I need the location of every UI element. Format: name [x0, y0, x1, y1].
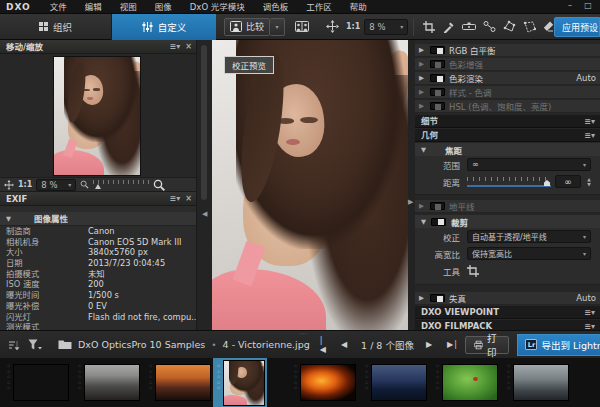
distance-stepper[interactable]: ▲ ▼	[584, 175, 594, 188]
triangle-right-icon[interactable]: ▶	[419, 74, 426, 82]
last-image-button[interactable]: ▶|	[447, 340, 458, 349]
section-horizon[interactable]: ▶ 地平线	[415, 200, 600, 213]
zoom-100-button[interactable]: 1:1	[346, 22, 360, 31]
aspect-ratio-dropdown[interactable]: 保持宽高比 ▾	[467, 247, 591, 260]
thumbnail-fire-flame[interactable]: ☆☆☆☆☆	[292, 362, 356, 403]
menu-help[interactable]: 帮助	[341, 0, 376, 14]
compare-button[interactable]: 比较	[224, 18, 270, 36]
focal-length-section[interactable]: ▼ 焦距	[415, 143, 600, 156]
section-rgb-white-balance[interactable]: ▶ RGB 白平衡	[415, 44, 600, 57]
menu-edit[interactable]: 编辑	[76, 0, 111, 14]
palette-header-move-zoom[interactable]: 移动/缩放 ≡▾ ×	[0, 40, 196, 54]
palette-header-detail[interactable]: 细节 ≡▾	[415, 115, 600, 128]
palette-header-viewpoint[interactable]: DXO VIEWPOINT ≡▾	[415, 306, 600, 319]
thumbnail-image[interactable]	[84, 364, 140, 401]
star-rating[interactable]: ☆☆☆☆☆	[505, 363, 512, 403]
image-properties-section[interactable]: ▼ 图像属性	[0, 212, 196, 226]
correction-dropdown[interactable]: 自动基于透视/地平线 ▾	[467, 230, 591, 243]
toggle-on-icon[interactable]	[430, 294, 445, 302]
thumbnail-image[interactable]	[300, 364, 356, 401]
move-icon[interactable]	[4, 180, 14, 190]
side-by-side-view-button[interactable]	[292, 17, 312, 37]
tab-organize[interactable]: 组织	[0, 14, 112, 40]
collapse-right-panel-icon[interactable]: ▶	[408, 198, 413, 206]
current-folder-label[interactable]: DxO OpticsPro 10 Samples	[78, 339, 205, 350]
zoom-slider-handle[interactable]	[95, 184, 101, 189]
palette-header-exif[interactable]: EXIF ≡▾ ×	[0, 192, 196, 206]
horizon-tool-button[interactable]	[459, 17, 479, 37]
left-panel-divider[interactable]: ◀	[196, 40, 212, 330]
toggle-off-icon[interactable]	[430, 60, 445, 68]
maximize-button[interactable]: □	[580, 1, 596, 12]
zoom-slider[interactable]	[93, 180, 149, 189]
section-style-toning[interactable]: ▶ 样式 - 色调	[415, 86, 600, 99]
toggle-on-icon[interactable]	[430, 46, 445, 54]
tab-customize[interactable]: 自定义	[112, 14, 216, 40]
toggle-off-icon[interactable]	[430, 202, 445, 210]
section-hsl[interactable]: ▶ HSL (色调、饱和度、亮度)	[415, 100, 600, 113]
scrollbar-thumb[interactable]	[201, 45, 207, 200]
triangle-right-icon[interactable]: ▶	[419, 46, 426, 54]
triangle-right-icon[interactable]: ▶	[419, 60, 426, 68]
menu-view[interactable]: 视图	[111, 0, 146, 14]
close-icon[interactable]: ×	[185, 192, 192, 206]
crop-tool-button[interactable]	[419, 17, 439, 37]
toggle-on-icon[interactable]	[430, 74, 445, 82]
print-button[interactable]: 打印	[465, 336, 510, 354]
minimize-button[interactable]: –	[562, 1, 578, 12]
polygon-tool-button[interactable]	[519, 17, 539, 37]
zoom-level-dropdown[interactable]: 8 % ▾	[36, 179, 76, 191]
palette-menu-icon[interactable]: ≡▾	[170, 192, 181, 206]
menu-palettes[interactable]: 调色板	[254, 0, 298, 14]
collapse-left-panel-icon[interactable]: ◀	[202, 210, 207, 218]
triangle-right-icon[interactable]: ▶	[419, 102, 426, 110]
range-dropdown[interactable]: ∞ ▾	[467, 158, 591, 171]
palette-menu-icon[interactable]: ≡▾	[584, 131, 595, 140]
zoom-level-dropdown[interactable]: 8 % ▾	[364, 19, 408, 35]
distance-slider[interactable]	[467, 176, 551, 187]
thumbnail-image[interactable]	[371, 364, 427, 401]
white-balance-picker-button[interactable]	[439, 17, 459, 37]
thumbnail-sunset-over-water[interactable]: ☆☆☆☆☆	[147, 362, 211, 403]
lasso-tool-button[interactable]	[499, 17, 519, 37]
thumbnail-image[interactable]	[513, 364, 569, 401]
triangle-right-icon[interactable]: ▶	[419, 202, 426, 210]
upoint-tool-button[interactable]	[479, 17, 499, 37]
navigator-preview[interactable]	[0, 54, 196, 178]
palette-header-filmpack[interactable]: DXO FILMPACK ≡▾	[415, 320, 600, 330]
toggle-on-icon[interactable]	[431, 218, 446, 226]
star-rating[interactable]: ☆☆☆☆☆	[76, 363, 83, 403]
palette-menu-icon[interactable]: ≡▾	[584, 322, 595, 330]
toggle-off-icon[interactable]	[430, 88, 445, 96]
zoom-100-button[interactable]: 1:1	[18, 180, 32, 189]
thumbnail-green-plant[interactable]: ☆☆☆☆☆	[434, 362, 498, 403]
star-rating[interactable]: ☆☆☆☆☆	[434, 363, 441, 403]
triangle-right-icon[interactable]: ▶	[419, 88, 426, 96]
star-rating[interactable]: ☆☆☆☆☆	[215, 363, 222, 403]
next-image-button[interactable]: ▶	[426, 340, 433, 349]
zoom-out-icon[interactable]	[80, 180, 89, 189]
first-image-button[interactable]: |◀	[320, 336, 327, 354]
compare-dropdown-button[interactable]: ▾	[270, 18, 285, 36]
folder-button[interactable]	[58, 339, 72, 350]
menu-optics-modules[interactable]: DxO 光学模块	[181, 0, 254, 14]
star-rating[interactable]: ☆☆☆☆☆	[363, 363, 370, 403]
thumbnail-image[interactable]	[223, 360, 265, 406]
previous-image-button[interactable]: ◀	[341, 340, 348, 349]
toggle-off-icon[interactable]	[430, 102, 445, 110]
star-rating[interactable]: ☆☆☆☆☆	[5, 363, 12, 403]
menu-workspace[interactable]: 工作区	[297, 0, 341, 14]
export-to-lightroom-button[interactable]: Lr 导出到 Lightroom	[517, 334, 600, 356]
crop-section[interactable]: ▼ 裁剪	[415, 215, 600, 228]
section-color-rendering[interactable]: ▶ 色彩渲染 Auto	[415, 72, 600, 85]
thumbnail-city-night[interactable]: ☆☆☆☆☆	[363, 362, 427, 403]
thumbnail-victorienne-selected[interactable]: ☆☆☆☆☆	[213, 358, 267, 407]
distance-value[interactable]: ∞	[555, 175, 581, 188]
star-rating[interactable]: ☆☆☆☆☆	[147, 363, 154, 403]
right-panel-divider[interactable]: ▶	[408, 40, 415, 330]
image-viewer[interactable]: 校正预览	[212, 40, 408, 330]
pan-tool-button[interactable]	[322, 17, 342, 37]
thumbnail-mountain-landscape[interactable]: ☆☆☆☆☆	[76, 362, 140, 403]
menu-file[interactable]: 文件	[41, 0, 76, 14]
palette-menu-icon[interactable]: ≡▾	[584, 308, 595, 317]
